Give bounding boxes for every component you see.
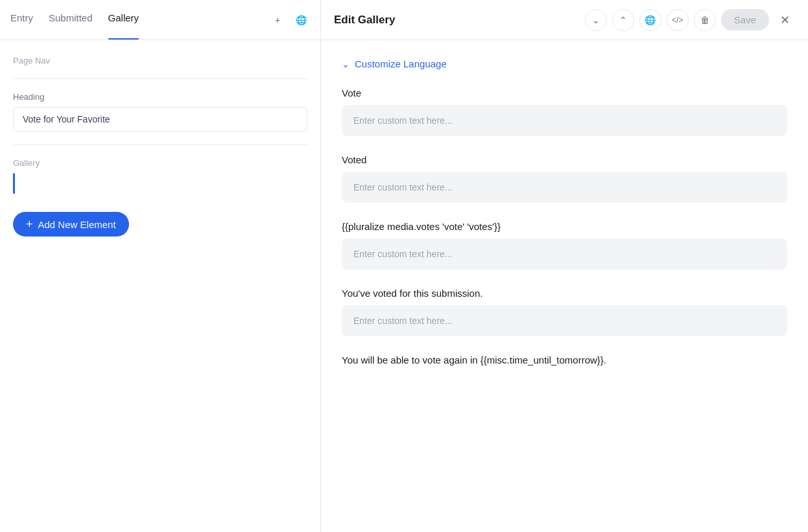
pluralize-input[interactable] — [342, 238, 787, 270]
tab-gallery[interactable]: Gallery — [108, 0, 139, 40]
vote-again-section: You will be able to vote again in {{misc… — [342, 354, 787, 365]
vote-again-label: You will be able to vote again in {{misc… — [342, 354, 787, 365]
right-content: ⌄ Customize Language Vote Voted {{plural… — [321, 40, 808, 532]
tabs-bar: Entry Submitted Gallery + 🌐 — [0, 0, 320, 40]
close-icon: ✕ — [780, 13, 790, 27]
globe-icon: 🌐 — [645, 15, 656, 25]
tab-submitted[interactable]: Submitted — [49, 0, 93, 40]
vote-label: Vote — [342, 87, 787, 98]
right-panel: Edit Gallery ⌄ ⌃ 🌐 </> 🗑 Save ✕ ⌄ Custom… — [321, 0, 808, 532]
add-element-plus-icon: + — [26, 218, 33, 230]
left-content: Page Nav Heading Gallery + Add New Eleme… — [0, 40, 320, 532]
gallery-bar — [13, 173, 15, 194]
vote-input[interactable] — [342, 105, 787, 136]
voted-submission-label: You've voted for this submission. — [342, 288, 787, 299]
page-nav-label: Page Nav — [13, 56, 307, 65]
close-button[interactable]: ✕ — [774, 10, 795, 30]
add-tab-button[interactable]: + — [268, 11, 287, 29]
voted-section: Voted — [342, 154, 787, 203]
divider-1 — [13, 78, 307, 79]
divider-2 — [13, 145, 307, 145]
heading-label: Heading — [13, 92, 307, 102]
customize-language-row[interactable]: ⌄ Customize Language — [342, 58, 787, 69]
chevron-down-button[interactable]: ⌄ — [585, 9, 607, 31]
chevron-up-button[interactable]: ⌃ — [612, 9, 634, 31]
customize-language-label: Customize Language — [355, 58, 447, 69]
vote-section: Vote — [342, 87, 787, 136]
right-panel-title: Edit Gallery — [334, 14, 580, 27]
globe-icon-button[interactable]: 🌐 — [292, 11, 310, 29]
customize-language-chevron-icon: ⌄ — [342, 59, 350, 69]
code-button[interactable]: </> — [667, 9, 689, 31]
save-button[interactable]: Save — [721, 9, 769, 30]
voted-submission-section: You've voted for this submission. — [342, 288, 787, 336]
left-panel: Entry Submitted Gallery + 🌐 Page Nav Hea… — [0, 0, 321, 532]
add-element-label: Add New Element — [38, 219, 116, 230]
code-icon: </> — [672, 16, 683, 25]
voted-label: Voted — [342, 154, 787, 165]
trash-button[interactable]: 🗑 — [694, 9, 716, 31]
gallery-section: Gallery — [13, 158, 307, 194]
add-new-element-button[interactable]: + Add New Element — [13, 212, 129, 237]
pluralize-label: {{pluralize media.votes 'vote' 'votes'}} — [342, 221, 787, 232]
plus-icon: + — [275, 15, 280, 25]
tab-entry[interactable]: Entry — [10, 0, 33, 40]
voted-input[interactable] — [342, 172, 787, 203]
chevron-up-icon: ⌃ — [619, 15, 627, 25]
heading-input[interactable] — [13, 107, 307, 132]
voted-submission-input[interactable] — [342, 305, 787, 336]
pluralize-section: {{pluralize media.votes 'vote' 'votes'}} — [342, 221, 787, 270]
trash-icon: 🗑 — [700, 15, 709, 25]
tabs-actions: + 🌐 — [268, 11, 310, 29]
globe-button[interactable]: 🌐 — [639, 9, 661, 31]
chevron-down-icon: ⌄ — [592, 15, 600, 25]
gallery-indicator — [13, 173, 307, 194]
right-header: Edit Gallery ⌄ ⌃ 🌐 </> 🗑 Save ✕ — [321, 0, 808, 40]
gallery-label: Gallery — [13, 158, 307, 168]
globe-icon: 🌐 — [296, 15, 307, 25]
